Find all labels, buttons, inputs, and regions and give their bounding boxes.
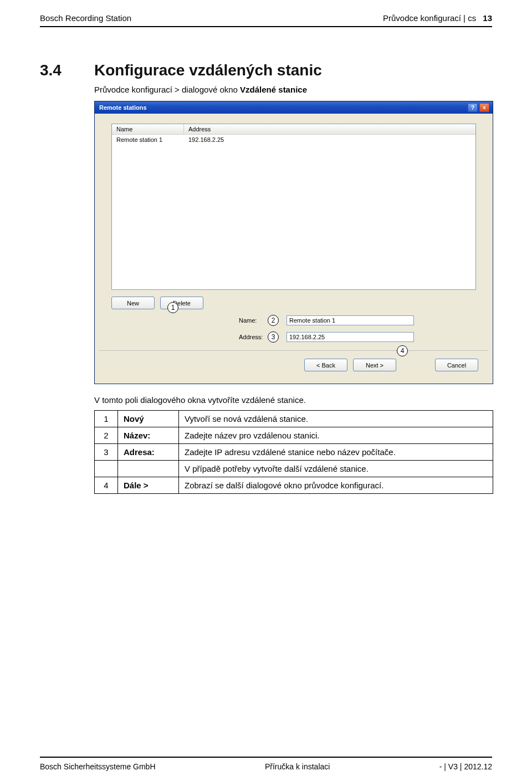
doc-header-left: Bosch Recording Station <box>40 13 131 23</box>
cell-label: Nový <box>118 411 179 427</box>
table-row: 2 Název: Zadejte název pro vzdálenou sta… <box>95 427 493 444</box>
cell-name: Remote station 1 <box>112 135 184 145</box>
name-label: Name: <box>239 317 268 324</box>
breadcrumb-strong: Vzdálené stanice <box>240 85 307 94</box>
list-item[interactable]: Remote station 1 192.168.2.25 <box>112 135 475 145</box>
next-button[interactable]: Next > <box>353 359 396 371</box>
cell-desc: V případě potřeby vytvořte další vzdálen… <box>179 461 493 477</box>
cell-label: Dále > <box>118 477 179 494</box>
cell-label: Název: <box>118 427 179 444</box>
cell-num <box>95 461 118 477</box>
doc-header-right-text: Průvodce konfigurací | cs <box>383 13 476 23</box>
dialog-title: Remote stations <box>99 104 147 111</box>
address-label: Address: <box>239 334 268 340</box>
callout-1-marker: 1 <box>167 302 178 313</box>
dialog-titlebar[interactable]: Remote stations ? × <box>95 101 493 114</box>
table-row: 1 Nový Vytvoří se nová vzdálená stanice. <box>95 411 493 427</box>
cell-num: 1 <box>95 411 118 427</box>
list-header: Name Address <box>112 124 475 135</box>
footer-center: Příručka k instalaci <box>265 762 330 771</box>
explanation-table: 1 Nový Vytvoří se nová vzdálená stanice.… <box>94 410 493 494</box>
page-number: 13 <box>483 13 492 23</box>
stations-listbox[interactable]: Name Address Remote station 1 192.168.2.… <box>111 124 476 290</box>
info-paragraph: V tomto poli dialogového okna vytvoříte … <box>94 395 492 405</box>
doc-header-right: Průvodce konfigurací | cs 13 <box>383 13 492 23</box>
delete-button[interactable]: Delete <box>160 297 203 309</box>
name-field[interactable] <box>287 315 414 325</box>
cell-label: Adresa: <box>118 444 179 461</box>
new-button[interactable]: New <box>111 297 155 309</box>
table-row: 3 Adresa: Zadejte IP adresu vzdálené sta… <box>95 444 493 461</box>
section-title: Konfigurace vzdálených stanic <box>94 62 322 79</box>
close-icon[interactable]: × <box>479 103 489 112</box>
cell-num: 3 <box>95 444 118 461</box>
breadcrumb: Průvodce konfigurací > dialogové okno Vz… <box>94 85 492 94</box>
footer-divider <box>40 757 492 758</box>
callout-2-marker: 2 <box>268 315 279 326</box>
cancel-button[interactable]: Cancel <box>435 359 478 371</box>
callout-3-marker: 3 <box>268 331 279 343</box>
cell-address: 192.168.2.25 <box>184 135 475 145</box>
callout-4-marker: 4 <box>397 345 408 356</box>
help-icon[interactable]: ? <box>468 103 478 112</box>
footer-left: Bosch Sicherheitssysteme GmbH <box>40 762 156 771</box>
cell-desc: Zadejte název pro vzdálenou stanici. <box>179 427 493 444</box>
cell-desc: Zadejte IP adresu vzdálené stanice nebo … <box>179 444 493 461</box>
back-button[interactable]: < Back <box>304 359 347 371</box>
section-number: 3.4 <box>40 62 94 79</box>
cell-num: 4 <box>95 477 118 494</box>
col-name-header[interactable]: Name <box>112 124 184 134</box>
col-address-header[interactable]: Address <box>184 124 475 134</box>
footer-right: - | V3 | 2012.12 <box>439 762 492 771</box>
cell-desc: Vytvoří se nová vzdálená stanice. <box>179 411 493 427</box>
cell-desc: Zobrazí se další dialogové okno průvodce… <box>179 477 493 494</box>
table-row: V případě potřeby vytvořte další vzdálen… <box>95 461 493 477</box>
table-row: 4 Dále > Zobrazí se další dialogové okno… <box>95 477 493 494</box>
cell-label <box>118 461 179 477</box>
header-divider <box>40 26 492 27</box>
breadcrumb-prefix: Průvodce konfigurací > dialogové okno <box>94 85 240 94</box>
address-field[interactable] <box>287 332 414 342</box>
remote-stations-dialog: Remote stations ? × Name Address Remote … <box>94 101 493 384</box>
cell-num: 2 <box>95 427 118 444</box>
